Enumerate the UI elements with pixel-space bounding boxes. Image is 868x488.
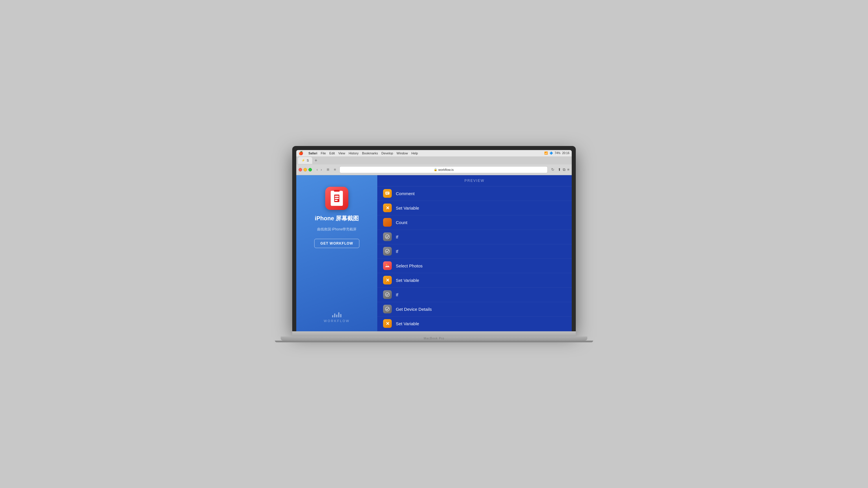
workflow-item-set-variable-2[interactable]: ✕ Set Variable	[377, 273, 572, 288]
macbook-container: 🍎 Safari File Edit View History Bookmark…	[292, 146, 576, 342]
close-window-button[interactable]	[299, 168, 302, 171]
workflow-item-if-2[interactable]: If	[377, 244, 572, 259]
workflow-item-get-device-details[interactable]: Get Device Details	[377, 302, 572, 317]
menubar-file[interactable]: File	[321, 152, 326, 155]
back-button[interactable]: ‹	[315, 167, 319, 172]
workflow-item-set-variable-3[interactable]: ✕ Set Variable	[377, 317, 572, 331]
svg-rect-2	[386, 193, 388, 194]
if-1-icon	[383, 232, 392, 241]
left-panel: iPhone 屏幕截图 曲线救国 iPhone带壳截屏 GET WORKFLOW	[296, 175, 377, 331]
menubar-battery: 74%	[555, 152, 560, 155]
svg-line-12	[387, 294, 389, 295]
workflow-item-if-3[interactable]: If	[377, 288, 572, 302]
add-tab-button[interactable]: ⧉	[563, 167, 565, 172]
menubar-time: 20:16	[562, 152, 569, 155]
menubar-history[interactable]: History	[349, 152, 359, 155]
macbook-foot	[275, 340, 593, 342]
forward-button[interactable]: ›	[319, 167, 323, 172]
set-variable-1-label: Set Variable	[396, 205, 419, 210]
reader-button[interactable]: ≡	[333, 167, 337, 172]
new-tab-button[interactable]: +	[313, 158, 318, 163]
macos-menubar: 🍎 Safari File Edit View History Bookmark…	[296, 150, 572, 156]
workflow-logo-text: WORKFLOW	[324, 319, 350, 323]
svg-line-8	[387, 250, 389, 252]
left-panel-content: iPhone 屏幕截图 曲线救国 iPhone带壳截屏 GET WORKFLOW	[314, 187, 359, 248]
set-variable-3-label: Set Variable	[396, 321, 419, 326]
logo-bar-4	[338, 312, 339, 318]
macbook-screen: 🍎 Safari File Edit View History Bookmark…	[292, 146, 576, 331]
count-label: Count	[396, 220, 407, 225]
view-mode-button[interactable]: ⊞	[326, 167, 331, 172]
app-icon-inner	[331, 191, 343, 206]
preview-header: PREVIEW	[377, 175, 572, 187]
menubar-bt: 🔷	[550, 152, 553, 155]
menubar-edit[interactable]: Edit	[329, 152, 335, 155]
svg-point-13	[385, 307, 390, 311]
menubar-bookmarks[interactable]: Bookmarks	[362, 152, 378, 155]
address-bar[interactable]: 🔒 workflow.is	[339, 166, 548, 173]
right-panel: PREVIEW	[377, 175, 572, 331]
minimize-window-button[interactable]	[304, 168, 307, 171]
app-title: iPhone 屏幕截图	[315, 215, 359, 222]
if-1-label: If	[396, 234, 398, 239]
apple-logo: 🍎	[299, 151, 303, 155]
if-3-label: If	[396, 292, 398, 297]
workflow-item-count[interactable]: Count	[377, 216, 572, 230]
menubar-develop[interactable]: Develop	[381, 152, 393, 155]
workflow-item-comment[interactable]: Comment	[377, 187, 572, 201]
select-photos-label: Select Photos	[396, 263, 423, 268]
svg-line-5	[387, 236, 389, 238]
menubar-window[interactable]: Window	[397, 152, 408, 155]
get-device-details-label: Get Device Details	[396, 307, 432, 312]
url-text: workflow.is	[438, 168, 454, 171]
svg-point-3	[385, 235, 390, 239]
logo-bar-2	[334, 314, 335, 318]
browser-content: iPhone 屏幕截图 曲线救国 iPhone带壳截屏 GET WORKFLOW	[296, 175, 572, 331]
tab-favicon: ⚡	[302, 159, 305, 162]
menubar-help[interactable]: Help	[411, 152, 418, 155]
browser-tabs-bar: ⚡ S +	[296, 156, 572, 164]
menubar-right: 📶 🔷 74% 20:16	[544, 152, 569, 155]
comment-icon	[383, 189, 392, 198]
set-variable-1-icon: ✕	[383, 203, 392, 212]
svg-rect-1	[386, 193, 389, 193]
if-3-icon	[383, 290, 392, 299]
workflow-item-select-photos[interactable]: Select Photos	[377, 259, 572, 273]
svg-point-6	[385, 249, 390, 253]
app-icon	[325, 187, 348, 210]
if-2-icon	[383, 247, 392, 256]
set-variable-2-icon: ✕	[383, 276, 392, 285]
logo-bar-5	[340, 314, 341, 318]
workflow-item-set-variable-1[interactable]: ✕ Set Variable	[377, 201, 572, 216]
share-button[interactable]: ⬆	[558, 167, 561, 172]
screen-inner: 🍎 Safari File Edit View History Bookmark…	[296, 150, 572, 331]
window-controls	[299, 168, 312, 171]
reload-button[interactable]: ↻	[550, 167, 556, 172]
menubar-wifi: 📶	[544, 152, 548, 155]
workflow-list: Comment ✕ Set Variable	[377, 187, 572, 331]
comment-label: Comment	[396, 191, 414, 196]
menubar-safari[interactable]: Safari	[308, 152, 317, 155]
get-workflow-button[interactable]: GET WORKFLOW	[314, 239, 359, 248]
macbook-bottom-bezel	[292, 331, 576, 336]
logo-bar-1	[332, 315, 333, 318]
menubar-view[interactable]: View	[338, 152, 345, 155]
get-device-details-icon	[383, 305, 392, 314]
workflow-logo-bars	[332, 312, 341, 318]
count-icon	[383, 218, 392, 227]
workflow-item-if-1[interactable]: If	[377, 230, 572, 244]
maximize-window-button[interactable]	[308, 168, 312, 171]
logo-bar-3	[336, 315, 337, 318]
lock-icon: 🔒	[434, 168, 437, 171]
browser-toolbar: ‹ › ⊞ ≡ 🔒 workflow.is ↻ ⬆ ⧉ ≡	[296, 164, 572, 175]
if-2-label: If	[396, 249, 398, 254]
browser-tab-active[interactable]: ⚡ S	[298, 157, 312, 164]
select-photos-icon	[383, 261, 392, 270]
set-variable-2-label: Set Variable	[396, 278, 419, 283]
macbook-base: MacBook Pro	[281, 336, 587, 340]
nav-buttons: ‹ ›	[315, 167, 323, 172]
svg-line-15	[387, 308, 389, 310]
menubar-items: Safari File Edit View History Bookmarks …	[308, 152, 540, 155]
sidebar-toggle-button[interactable]: ≡	[567, 167, 569, 172]
app-subtitle: 曲线救国 iPhone带壳截屏	[317, 227, 357, 232]
